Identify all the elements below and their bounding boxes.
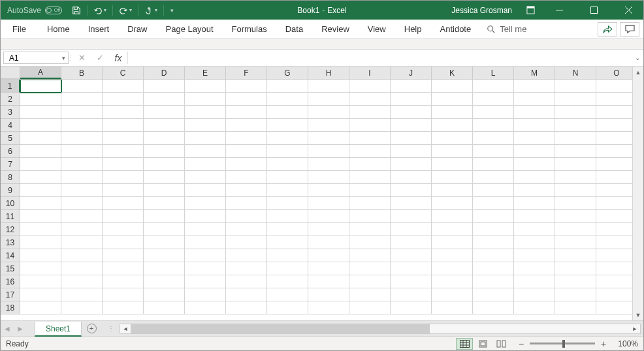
cell[interactable] — [514, 275, 555, 288]
cell[interactable] — [555, 223, 596, 236]
cell[interactable] — [185, 132, 226, 145]
cell[interactable] — [473, 197, 514, 210]
cell[interactable] — [61, 223, 103, 236]
cell[interactable] — [555, 262, 596, 275]
row-header[interactable]: 1 — [1, 80, 20, 93]
cell[interactable] — [349, 145, 391, 158]
cell[interactable] — [308, 80, 349, 93]
cell[interactable] — [514, 80, 555, 93]
cell[interactable] — [596, 80, 632, 93]
cell[interactable] — [473, 80, 514, 93]
cell[interactable] — [308, 249, 349, 262]
cell[interactable] — [226, 210, 267, 223]
cell[interactable] — [20, 275, 61, 288]
enter-formula-button[interactable]: ✓ — [91, 53, 109, 63]
cell[interactable] — [308, 132, 349, 145]
cell[interactable] — [103, 158, 144, 171]
cell[interactable] — [514, 171, 555, 184]
cell[interactable] — [596, 249, 632, 262]
zoom-out-button[interactable]: − — [517, 339, 526, 349]
cell[interactable] — [555, 197, 596, 210]
save-button[interactable] — [70, 5, 83, 16]
cell[interactable] — [103, 223, 144, 236]
cell[interactable] — [349, 223, 391, 236]
cell[interactable] — [61, 249, 103, 262]
cell[interactable] — [267, 80, 308, 93]
cell[interactable] — [308, 171, 349, 184]
cell[interactable] — [144, 288, 185, 301]
cell[interactable] — [267, 184, 308, 197]
cell[interactable] — [20, 80, 61, 93]
name-box[interactable]: A1 ▾ — [3, 52, 69, 64]
cell[interactable] — [391, 158, 432, 171]
tab-home[interactable]: Home — [38, 20, 79, 38]
cell[interactable] — [226, 132, 267, 145]
cell[interactable] — [391, 223, 432, 236]
cell[interactable] — [432, 288, 473, 301]
cell[interactable] — [555, 275, 596, 288]
cell[interactable] — [349, 80, 391, 93]
cell[interactable] — [20, 132, 61, 145]
cell[interactable] — [267, 197, 308, 210]
cell[interactable] — [61, 80, 103, 93]
tell-me-search[interactable]: Tell me — [480, 20, 533, 38]
cell[interactable] — [432, 132, 473, 145]
cell[interactable] — [432, 145, 473, 158]
cell[interactable] — [473, 262, 514, 275]
cell[interactable] — [144, 158, 185, 171]
column-header[interactable]: N — [555, 67, 596, 79]
tab-help[interactable]: Help — [395, 20, 431, 38]
cell[interactable] — [267, 210, 308, 223]
column-header[interactable]: D — [144, 67, 185, 79]
tab-data[interactable]: Data — [276, 20, 312, 38]
formula-input[interactable] — [128, 50, 632, 66]
cell[interactable] — [185, 119, 226, 132]
cell[interactable] — [555, 236, 596, 249]
sheet-nav-prev[interactable]: ◄ — [1, 321, 14, 336]
cell[interactable] — [473, 275, 514, 288]
row-header[interactable]: 5 — [1, 132, 20, 145]
cell[interactable] — [308, 158, 349, 171]
cell[interactable] — [391, 210, 432, 223]
cell[interactable] — [226, 184, 267, 197]
cell[interactable] — [473, 171, 514, 184]
cell[interactable] — [391, 184, 432, 197]
cell[interactable] — [226, 288, 267, 301]
cell[interactable] — [349, 93, 391, 106]
collapsed-ribbon[interactable] — [1, 39, 643, 50]
cell[interactable] — [349, 132, 391, 145]
cell[interactable] — [103, 93, 144, 106]
cell[interactable] — [144, 275, 185, 288]
cell[interactable] — [432, 171, 473, 184]
tab-formulas[interactable]: Formulas — [223, 20, 276, 38]
cell[interactable] — [555, 80, 596, 93]
cell[interactable] — [61, 197, 103, 210]
cell[interactable] — [514, 249, 555, 262]
cell[interactable] — [473, 249, 514, 262]
cell[interactable] — [144, 145, 185, 158]
cell[interactable] — [226, 119, 267, 132]
cell[interactable] — [267, 249, 308, 262]
cell[interactable] — [267, 93, 308, 106]
cell[interactable] — [555, 171, 596, 184]
maximize-button[interactable] — [579, 1, 609, 20]
cell[interactable] — [596, 275, 632, 288]
cell[interactable] — [267, 171, 308, 184]
cell[interactable] — [226, 249, 267, 262]
cell[interactable] — [432, 119, 473, 132]
cell[interactable] — [596, 223, 632, 236]
cell[interactable] — [144, 223, 185, 236]
cell[interactable] — [349, 236, 391, 249]
cell[interactable] — [432, 249, 473, 262]
cell[interactable] — [61, 301, 103, 314]
cell[interactable] — [514, 93, 555, 106]
cell[interactable] — [473, 106, 514, 119]
row-header[interactable]: 7 — [1, 158, 20, 171]
cell[interactable] — [267, 132, 308, 145]
cell[interactable] — [20, 119, 61, 132]
cell[interactable] — [185, 197, 226, 210]
cell[interactable] — [596, 262, 632, 275]
cell[interactable] — [555, 301, 596, 314]
column-header[interactable]: K — [432, 67, 473, 79]
cell[interactable] — [555, 288, 596, 301]
